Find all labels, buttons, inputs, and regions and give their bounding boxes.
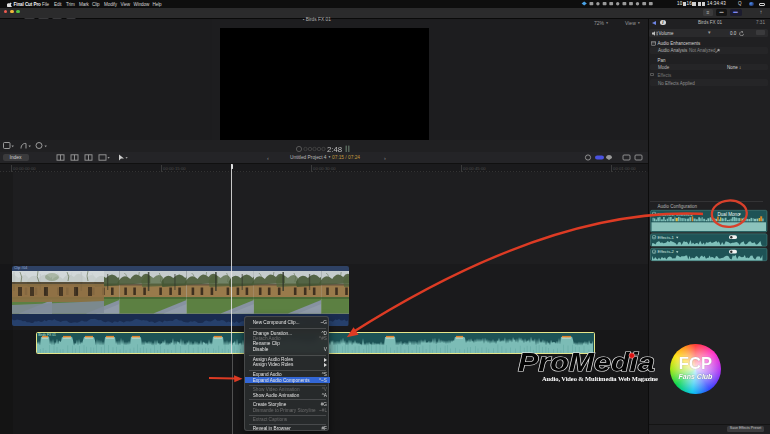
svg-text:Dual Mono: Dual Mono <box>718 212 741 217</box>
svg-text:Audio, Video & Multimedia Web: Audio, Video & Multimedia Web Magazine <box>542 375 658 382</box>
svg-text:Effects-1: Effects-1 <box>658 235 675 240</box>
svg-text:Effects-1, Effects-2: Effects-1, Effects-2 <box>658 212 694 217</box>
svg-text:ProMedia: ProMedia <box>518 348 655 376</box>
svg-text:2:48: 2:48 <box>327 145 342 153</box>
svg-text:Effects-2: Effects-2 <box>658 249 675 254</box>
